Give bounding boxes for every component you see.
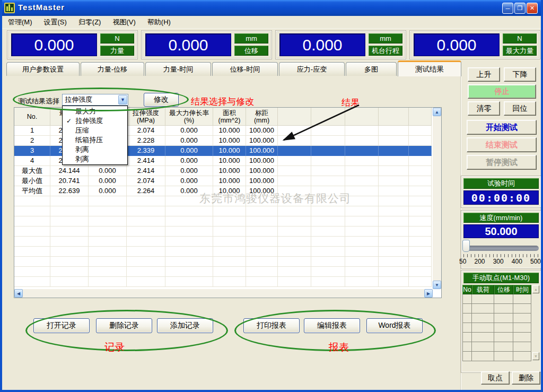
zero-button[interactable]: 清零 [468,101,500,116]
table-cell [409,166,432,176]
slider-label-200: 200 [474,258,485,265]
tab-应力-应变[interactable]: 应力-应变 [279,62,345,76]
checkmark-icon: ✓ [66,116,72,126]
scroll-left-icon[interactable]: ◀ [14,289,23,298]
pause-test-button[interactable]: 暂停测试 [467,155,537,170]
maximize-button[interactable]: ❐ [514,3,526,14]
chevron-down-icon[interactable]: ▼ [118,95,127,104]
table-cell: 0.000 [165,176,213,186]
table-row[interactable]: 最大值24.1440.0002.4140.00010.000100.000 [14,166,432,176]
table-cell [311,257,345,267]
menu-item-2[interactable]: 归零(Z) [73,16,107,28]
column-header-7 [278,108,311,126]
home-button[interactable]: 回位 [504,101,536,116]
scroll-down-icon[interactable]: ▼ [433,281,441,289]
table-cell [89,216,127,227]
manual-cell [494,304,513,313]
record-button-0[interactable]: 打开记录 [33,318,90,333]
table-cell [213,267,246,277]
record-button-1[interactable]: 删除记录 [96,318,152,333]
tab-力量-位移[interactable]: 力量-位移 [81,62,144,76]
dropdown-item-4[interactable]: 剥离 [63,145,127,154]
table-cell [165,216,213,227]
start-test-button[interactable]: 开始测试 [467,120,537,135]
menu-item-1[interactable]: 设置(S) [38,16,73,28]
manual-cell [494,333,513,342]
menu-item-4[interactable]: 帮助(H) [142,16,177,28]
table-cell [50,227,89,237]
horizontal-scrollbar[interactable]: ◀ ▶ [14,289,433,298]
scroll-right-icon[interactable]: ▶ [424,289,433,298]
table-cell [50,277,89,287]
table-cell [409,176,432,186]
manual-row [462,352,531,361]
display-unit: N [503,33,537,43]
table-cell [345,206,379,216]
display-unit: N [100,33,134,43]
manual-points-title: 手动取点(M1-M30) [463,273,539,283]
table-cell [14,206,50,216]
tab-力量-时间[interactable]: 力量-时间 [145,62,211,76]
table-cell [311,166,345,176]
table-cell [379,247,409,257]
table-cell [379,206,409,216]
tab-位移-时间[interactable]: 位移-时间 [212,62,278,76]
speed-slider-thumb[interactable] [462,240,470,252]
manual-cell [494,352,513,361]
table-cell [409,156,432,166]
report-button-2[interactable]: Word报表 [366,318,423,333]
close-button[interactable]: ✕ [527,3,538,14]
down-button[interactable]: 下降 [504,67,536,82]
scroll-up-icon[interactable]: ▲ [433,108,441,116]
window-title: TestMaster [18,3,65,12]
stop-button[interactable]: 停止 [468,84,536,99]
tab-测试结果[interactable]: 测试结果 [398,60,461,76]
table-cell [311,237,345,247]
delete-point-button[interactable]: 删除 [512,371,540,385]
table-cell [89,237,127,247]
result-selector-combobox[interactable]: 拉伸强度 ▼ [62,94,128,106]
manual-scroll-down-icon[interactable]: ▼ [532,352,539,360]
report-button-0[interactable]: 打印报表 [243,318,300,333]
table-cell [379,166,409,176]
title-bar[interactable]: TestMaster ─ ❐ ✕ [0,0,543,16]
table-row[interactable]: 最小值20.7410.0002.0740.00010.000100.000 [14,176,432,186]
table-cell [213,216,246,227]
dropdown-item-1[interactable]: 拉伸强度✓ [63,116,127,126]
dropdown-item-3[interactable]: 纸箱持压 [63,135,127,145]
up-button[interactable]: 上升 [468,67,500,82]
table-cell: 2.414 [127,156,165,166]
dropdown-item-0[interactable]: 最大力 [63,107,127,116]
table-cell [345,267,379,277]
table-cell [311,206,345,216]
table-cell: 0.000 [89,186,127,196]
menu-item-0[interactable]: 管理(M) [2,16,38,28]
table-cell [213,277,246,287]
table-cell [246,277,278,287]
manual-cell [462,352,472,361]
manual-cell [513,323,531,333]
minimize-button[interactable]: ─ [502,3,513,14]
record-button-2[interactable]: 添加记录 [157,318,213,333]
column-unit: (mm^2) [218,117,241,124]
slider-labels: 50200300400500 [459,258,541,265]
report-button-1[interactable]: 编辑报表 [304,318,360,333]
pick-point-button[interactable]: 取点 [481,371,510,385]
table-cell [127,267,165,277]
speed-slider-track[interactable] [465,246,539,251]
dropdown-item-2[interactable]: 压缩 [63,126,127,135]
manual-scroll-up-icon[interactable]: ▲ [532,285,539,293]
end-test-button[interactable]: 结束测试 [467,137,537,152]
table-cell: 2 [14,136,50,146]
modify-button[interactable]: 修改 [144,93,179,107]
table-cell [89,196,127,206]
vertical-scrollbar[interactable]: ▲ ▼ [433,108,441,289]
app-window: TestMaster ─ ❐ ✕ 管理(M)设置(S)归零(Z)视图(V)帮助(… [0,0,543,392]
tab-用户参数设置[interactable]: 用户参数设置 [6,62,80,76]
tab-多图[interactable]: 多图 [346,62,397,76]
menu-item-3[interactable]: 视图(V) [107,16,141,28]
table-cell [278,156,311,166]
dropdown-item-5[interactable]: 剥离 [63,154,127,164]
table-cell [278,237,311,247]
slider-tick-marks [463,254,539,257]
